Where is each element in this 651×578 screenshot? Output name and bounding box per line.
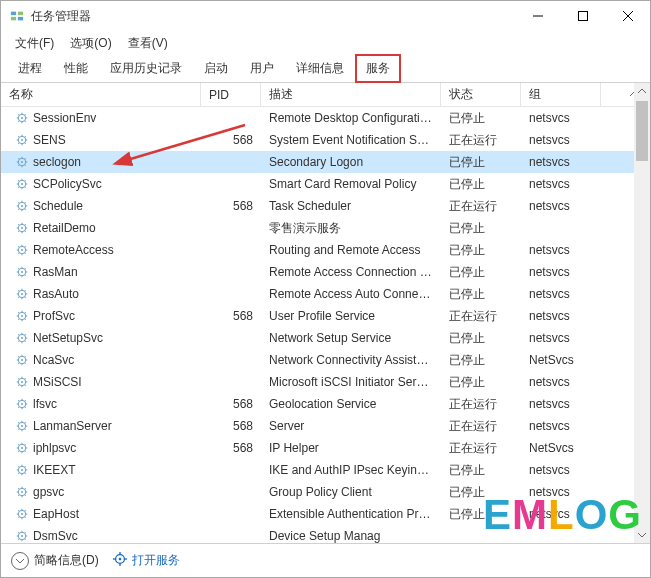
service-desc: Remote Access Auto Connectio... [261, 287, 441, 301]
vertical-scrollbar[interactable] [634, 83, 650, 543]
table-row[interactable]: NcaSvcNetwork Connectivity Assistant已停止N… [1, 349, 650, 371]
column-header-group[interactable]: 组 [521, 83, 601, 106]
table-row[interactable]: RasAutoRemote Access Auto Connectio...已停… [1, 283, 650, 305]
table-row[interactable]: MSiSCSIMicrosoft iSCSI Initiator Service… [1, 371, 650, 393]
tab-性能[interactable]: 性能 [53, 54, 99, 83]
table-row[interactable]: SENS568System Event Notification Servi..… [1, 129, 650, 151]
window: 任务管理器 文件(F)选项(O)查看(V) 进程性能应用历史记录启动用户详细信息… [0, 0, 651, 578]
menu-item-0[interactable]: 文件(F) [7, 33, 62, 54]
svg-line-207 [25, 532, 26, 533]
service-desc: Network Connectivity Assistant [261, 353, 441, 367]
table-row[interactable]: iphlpsvc568IP Helper正在运行NetSvcs [1, 437, 650, 459]
gear-icon [15, 155, 29, 169]
svg-line-94 [18, 290, 19, 291]
svg-line-205 [25, 539, 26, 540]
tab-服务[interactable]: 服务 [355, 54, 401, 83]
service-name: SENS [33, 133, 66, 147]
minimize-button[interactable] [515, 1, 560, 31]
service-name: IKEEXT [33, 463, 76, 477]
svg-line-194 [18, 510, 19, 511]
svg-line-66 [18, 231, 19, 232]
brief-info-button[interactable]: 简略信息(D) [11, 552, 99, 570]
svg-point-119 [21, 359, 23, 361]
table-row[interactable]: SessionEnvRemote Desktop Configuration已停… [1, 107, 650, 129]
service-group: netsvcs [521, 133, 601, 147]
table-row[interactable]: seclogonSecondary Logon已停止netsvcs [1, 151, 650, 173]
table-row[interactable]: RetailDemo零售演示服务已停止 [1, 217, 650, 239]
svg-point-49 [21, 205, 23, 207]
table-row[interactable]: RasManRemote Access Connection Ma...已停止n… [1, 261, 650, 283]
table-row[interactable]: lfsvc568Geolocation Service正在运行netsvcs [1, 393, 650, 415]
tab-用户[interactable]: 用户 [239, 54, 285, 83]
svg-line-84 [18, 268, 19, 269]
svg-line-165 [25, 451, 26, 452]
svg-line-146 [18, 407, 19, 408]
svg-line-104 [18, 312, 19, 313]
table-row[interactable]: LanmanServer568Server正在运行netsvcs [1, 415, 650, 437]
service-name: RasMan [33, 265, 78, 279]
service-desc: Group Policy Client [261, 485, 441, 499]
menu-item-2[interactable]: 查看(V) [120, 33, 176, 54]
table-row[interactable]: NetSetupSvcNetwork Setup Service已停止netsv… [1, 327, 650, 349]
service-group: NetSvcs [521, 441, 601, 455]
service-name: seclogon [33, 155, 81, 169]
tab-详细信息[interactable]: 详细信息 [285, 54, 355, 83]
svg-line-144 [18, 400, 19, 401]
menubar: 文件(F)选项(O)查看(V) [1, 31, 650, 55]
statusbar: 简略信息(D) 打开服务 [1, 543, 650, 577]
tab-进程[interactable]: 进程 [7, 54, 53, 83]
column-header-pid[interactable]: PID [201, 83, 261, 106]
service-status: 已停止 [441, 264, 521, 281]
tab-启动[interactable]: 启动 [193, 54, 239, 83]
svg-point-149 [21, 425, 23, 427]
scrollbar-thumb[interactable] [636, 101, 648, 161]
service-name: NcaSvc [33, 353, 74, 367]
svg-line-166 [18, 451, 19, 452]
table-row[interactable]: IKEEXTIKE and AuthIP IPsec Keying M...已停… [1, 459, 650, 481]
service-pid: 568 [201, 419, 261, 433]
svg-point-59 [21, 227, 23, 229]
svg-line-206 [18, 539, 19, 540]
service-pid: 568 [201, 397, 261, 411]
table-header: 名称 PID 描述 状态 组 [1, 83, 650, 107]
menu-item-1[interactable]: 选项(O) [62, 33, 119, 54]
table-row[interactable]: ProfSvc568User Profile Service正在运行netsvc… [1, 305, 650, 327]
svg-line-137 [25, 378, 26, 379]
column-header-status[interactable]: 状态 [441, 83, 521, 106]
svg-line-105 [25, 319, 26, 320]
svg-line-54 [18, 202, 19, 203]
table-row[interactable]: Schedule568Task Scheduler正在运行netsvcs [1, 195, 650, 217]
svg-rect-3 [18, 17, 23, 21]
service-desc: Remote Access Connection Ma... [261, 265, 441, 279]
svg-line-26 [18, 143, 19, 144]
window-title: 任务管理器 [31, 8, 515, 25]
table-row[interactable]: SCPolicySvcSmart Card Removal Policy已停止n… [1, 173, 650, 195]
service-name: gpsvc [33, 485, 64, 499]
gear-icon [15, 397, 29, 411]
service-status: 已停止 [441, 220, 521, 237]
open-services-button[interactable]: 打开服务 [113, 552, 180, 569]
service-desc: Smart Card Removal Policy [261, 177, 441, 191]
column-header-desc[interactable]: 描述 [261, 83, 441, 106]
svg-line-155 [25, 429, 26, 430]
svg-point-39 [21, 183, 23, 185]
tab-应用历史记录[interactable]: 应用历史记录 [99, 54, 193, 83]
svg-line-134 [18, 378, 19, 379]
svg-line-47 [25, 180, 26, 181]
table-row[interactable]: RemoteAccessRouting and Remote Access已停止… [1, 239, 650, 261]
svg-line-34 [18, 158, 19, 159]
close-button[interactable] [605, 1, 650, 31]
column-header-name[interactable]: 名称 [1, 83, 201, 106]
titlebar: 任务管理器 [1, 1, 650, 31]
svg-line-107 [25, 312, 26, 313]
svg-line-25 [25, 143, 26, 144]
svg-line-56 [18, 209, 19, 210]
gear-icon [15, 243, 29, 257]
maximize-button[interactable] [560, 1, 605, 31]
service-name: DsmSvc [33, 529, 78, 543]
svg-line-124 [18, 356, 19, 357]
scroll-up-button[interactable] [634, 83, 650, 99]
app-icon [9, 8, 25, 24]
svg-line-44 [18, 180, 19, 181]
svg-line-77 [25, 246, 26, 247]
